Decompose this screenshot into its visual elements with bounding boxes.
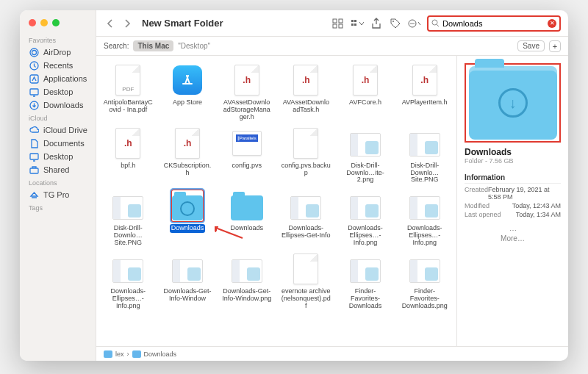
file-item[interactable]: evernote archive (nelsonquest).pdf	[277, 251, 335, 312]
file-thumb	[171, 189, 204, 223]
share-icon[interactable]	[370, 17, 383, 30]
scope-this-mac[interactable]: This Mac	[133, 40, 173, 51]
preview-info-row: Last openedToday, 1:34 AM	[465, 210, 561, 219]
sidebar-item-label: Downloads	[43, 101, 83, 109]
sidebar-item-shared[interactable]: Shared	[20, 163, 96, 176]
file-label: Downloads	[229, 224, 265, 233]
file-thumb	[408, 126, 442, 160]
file-label: evernote archive (nelsonquest).pdf	[279, 287, 332, 311]
sidebar-item-tg-pro[interactable]: TG Pro	[20, 188, 96, 201]
sidebar-item-label: Documents	[43, 139, 85, 148]
download-icon: ↓	[498, 88, 528, 118]
file-item[interactable]: Downloads-Ellipses…-Info.png	[99, 251, 157, 312]
file-item[interactable]: Downloads	[159, 187, 217, 249]
path-seg-2[interactable]: Downloads	[144, 350, 177, 358]
sidebar-item-desktop[interactable]: Desktop	[20, 150, 96, 163]
file-item[interactable]: .hAVPlayerItem.h	[395, 62, 453, 123]
main: New Smart Folder ✕ Search: This Mac "Des…	[96, 10, 568, 361]
file-label: Disk-Drill-Downlo…Site.PNG	[398, 162, 451, 185]
file-item[interactable]: .hAVAssetDownloadTask.h	[277, 62, 335, 123]
clear-search-icon[interactable]: ✕	[548, 19, 556, 28]
path-seg-1[interactable]: lex	[115, 350, 124, 358]
file-item[interactable]: config.pvs.backup	[277, 125, 335, 187]
file-item[interactable]: Downloads-Ellipses-Get-Info	[277, 187, 335, 249]
sidebar-item-icloud-drive[interactable]: iCloud Drive	[20, 123, 96, 137]
sidebar-item-applications[interactable]: Applications	[20, 72, 96, 85]
file-item[interactable]: App Store	[159, 62, 217, 123]
results-area[interactable]: PDFAntipoloBantayCovid - Ina.pdfApp Stor…	[96, 56, 456, 346]
file-label: Downloads-Ellipses-Get-Info	[279, 224, 332, 240]
file-item[interactable]: Downloads	[218, 187, 276, 249]
minimize-button[interactable]	[40, 19, 48, 26]
sidebar-item-label: Desktop	[43, 152, 73, 161]
file-item[interactable]: PDFAntipoloBantayCovid - Ina.pdf	[99, 62, 157, 123]
sidebar-item-documents[interactable]: Documents	[20, 137, 96, 150]
file-label: AVAssetDownloadStorageManager.h	[220, 98, 273, 122]
apps-icon	[29, 73, 39, 84]
file-item[interactable]: ∥Parallelsconfig.pvs	[218, 125, 276, 187]
file-thumb	[408, 252, 442, 286]
path-bar: lex › Downloads	[96, 346, 568, 361]
sidebar-item-label: Desktop	[43, 87, 73, 96]
file-thumb	[289, 252, 323, 286]
folder-icon	[104, 350, 112, 358]
file-item[interactable]: Finder-Favorites-Downloads.png	[395, 251, 453, 312]
file-item[interactable]: Downloads-Ellipses…-Info.png	[395, 187, 453, 249]
scope-label: Search:	[104, 42, 129, 50]
file-label: AVFCore.h	[348, 98, 383, 107]
view-icon-grid[interactable]	[331, 17, 345, 30]
svg-rect-6	[30, 154, 38, 159]
file-thumb: PDF	[111, 63, 145, 97]
forward-button[interactable]	[121, 18, 133, 29]
file-label: AVAssetDownloadTask.h	[279, 98, 332, 115]
file-label: Downloads-Ellipses…-Info.png	[101, 287, 154, 311]
back-button[interactable]	[104, 18, 115, 29]
save-button[interactable]: Save	[517, 40, 545, 51]
file-item[interactable]: Disk-Drill-Downlo…Site.PNG	[395, 125, 453, 187]
file-item[interactable]: Disk-Drill-Downlo…Site.PNG	[99, 187, 157, 249]
search-input[interactable]	[442, 19, 545, 28]
sidebar-item-desktop[interactable]: Desktop	[20, 85, 96, 98]
sidebar-item-label: AirDrop	[43, 48, 71, 57]
group-menu[interactable]	[351, 17, 364, 30]
close-button[interactable]	[29, 19, 36, 26]
eject-icon	[29, 190, 39, 200]
tag-icon[interactable]	[389, 17, 402, 30]
preview-thumbnail-highlight: ↓	[465, 63, 561, 143]
action-menu[interactable]	[408, 17, 421, 30]
info-value: February 19, 2021 at 5:58 PM	[488, 186, 561, 201]
file-item[interactable]: Downloads-Get-Info-Window	[159, 251, 217, 312]
desktop-icon	[29, 87, 39, 97]
file-item[interactable]: Downloads-Get-Info-Window.png	[218, 251, 276, 312]
file-item[interactable]: .hAVAssetDownloadStorageManager.h	[218, 62, 276, 123]
window-controls	[20, 16, 96, 34]
file-label: CKSubscription.h	[161, 162, 214, 178]
search-field[interactable]: ✕	[427, 15, 561, 32]
sidebar-section-header: Locations	[20, 176, 96, 188]
file-item[interactable]: Finder-Favorites-Downloads	[337, 251, 395, 312]
sidebar-item-airdrop[interactable]: AirDrop	[20, 46, 96, 59]
info-value: Today, 12:43 AM	[512, 202, 561, 209]
svg-point-16	[392, 21, 394, 22]
sidebar-item-downloads[interactable]: Downloads	[20, 98, 96, 112]
svg-point-0	[32, 50, 36, 54]
file-thumb: .h	[171, 126, 204, 160]
scope-desktop[interactable]: "Desktop"	[178, 42, 210, 50]
file-item[interactable]: .hAVFCore.h	[337, 62, 395, 123]
search-icon	[431, 19, 440, 27]
svg-rect-12	[351, 20, 354, 22]
file-item[interactable]: .hbpf.h	[99, 125, 157, 187]
file-item[interactable]: .hCKSubscription.h	[159, 125, 217, 187]
file-label: Finder-Favorites-Downloads.png	[398, 287, 451, 311]
file-thumb	[348, 126, 382, 160]
file-item[interactable]: Disk-Drill-Downlo…ite-2.png	[337, 125, 395, 187]
add-criteria-button[interactable]: +	[549, 40, 561, 52]
sidebar-section-header: iCloud	[20, 112, 96, 123]
sidebar-item-recents[interactable]: Recents	[20, 59, 96, 72]
zoom-button[interactable]	[52, 19, 60, 26]
sidebar-item-label: TG Pro	[43, 190, 69, 199]
preview-more[interactable]: ⋯ More…	[465, 226, 561, 242]
file-thumb	[348, 252, 382, 286]
file-item[interactable]: Downloads-Ellipses…-Info.png	[337, 187, 395, 249]
preview-info-row: ModifiedToday, 12:43 AM	[465, 201, 561, 210]
